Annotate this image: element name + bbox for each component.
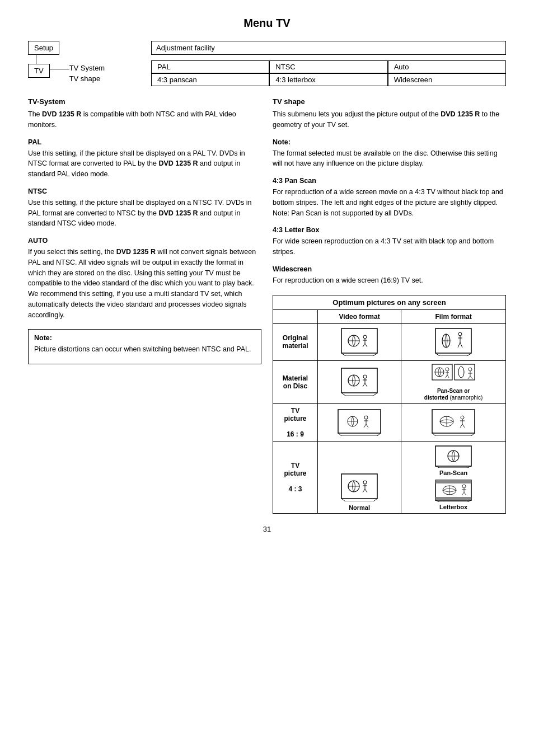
svg-point-36 [446, 368, 449, 371]
svg-line-10 [365, 344, 367, 347]
svg-line-40 [447, 375, 449, 378]
adjustment-facility: Adjustment facility PAL NTSC Auto 4:3 pa… [151, 41, 506, 86]
svg-point-42 [458, 367, 464, 378]
tv-system-label: TV System [69, 64, 105, 72]
pan-scan-title: 4:3 Pan Scan [273, 177, 506, 185]
svg-line-9 [363, 344, 365, 347]
svg-line-58 [366, 424, 368, 428]
svg-line-57 [364, 424, 366, 428]
page-title: Menu TV [28, 17, 506, 30]
svg-line-98 [462, 492, 464, 495]
tv-shape-note-text: The format selected must be available on… [273, 148, 506, 170]
svg-line-69 [462, 424, 465, 428]
tv-system-section: TV-System The DVD 1235 R is compatible w… [28, 97, 261, 514]
setup-box: Setup [28, 41, 59, 55]
adj-cell-letterbox: 4:3 letterbox [269, 73, 387, 86]
svg-point-76 [363, 481, 367, 484]
svg-line-32 [365, 383, 367, 387]
col-video: Video format [318, 309, 401, 323]
tv-shape-title: TV shape [273, 97, 506, 106]
widescreen-title: Widescreen [273, 265, 506, 273]
adjustment-header: Adjustment facility [151, 41, 506, 55]
svg-point-43 [469, 368, 472, 371]
svg-rect-11 [435, 328, 471, 353]
svg-line-46 [468, 376, 470, 379]
page-number: 31 [28, 525, 506, 533]
letter-box-title: 4:3 Letter Box [273, 226, 506, 234]
col-film: Film format [401, 309, 506, 323]
svg-line-20 [458, 342, 460, 348]
svg-point-95 [462, 485, 466, 488]
table-row: Originalmaterial [273, 323, 506, 360]
adj-cell-panscan: 4:3 panscan [151, 73, 269, 86]
pan-scan-label: Pan-Scan [434, 469, 473, 476]
pal-title: PAL [28, 138, 261, 146]
tv-shape-label: TV shape [69, 74, 105, 83]
letter-box-text: For wide screen reproduction on a 4:3 TV… [273, 236, 506, 257]
adj-cell-ntsc: NTSC [269, 60, 387, 73]
pan-scan-text: For reproduction of a wide screen movie … [273, 187, 506, 218]
svg-rect-89 [435, 497, 471, 500]
svg-line-21 [460, 342, 462, 348]
letterbox-label: Letterbox [434, 504, 473, 510]
ntsc-title: NTSC [28, 187, 261, 195]
optimum-title: Optimum pictures on any screen [273, 295, 506, 309]
auto-title: AUTO [28, 237, 261, 245]
svg-line-68 [460, 424, 462, 428]
svg-line-47 [470, 376, 472, 379]
ntsc-text: Use this setting, if the picture shall b… [28, 198, 261, 229]
table-row: TVpicture16 : 9 [273, 403, 506, 441]
svg-point-54 [364, 416, 368, 419]
pal-text: Use this setting, if the picture shall b… [28, 148, 261, 180]
svg-line-79 [363, 489, 365, 492]
adj-cell-widescreen: Widescreen [388, 73, 506, 86]
tv-system-note: Note: Picture distortions can occur when… [28, 329, 261, 364]
auto-text: If you select this setting, the DVD 1235… [28, 247, 261, 320]
optimum-table: Optimum pictures on any screen Video for… [273, 295, 506, 514]
svg-rect-88 [435, 480, 471, 483]
tv-system-intro: The DVD 1235 R is compatible with both N… [28, 109, 261, 130]
adj-cell-pal: PAL [151, 60, 269, 73]
svg-line-39 [446, 375, 447, 378]
adjustment-options: PAL NTSC Auto 4:3 panscan 4:3 letterbox … [151, 60, 506, 86]
normal-label: Normal [322, 504, 396, 511]
svg-line-80 [365, 489, 367, 492]
svg-line-99 [464, 492, 466, 495]
svg-point-28 [363, 375, 367, 378]
tv-box: TV [28, 64, 50, 78]
svg-line-31 [363, 383, 365, 387]
svg-point-17 [458, 332, 462, 336]
tv-system-title: TV-System [28, 97, 261, 106]
svg-point-65 [461, 416, 464, 419]
tv-system-note-text: Picture distortions can occur when switc… [34, 344, 255, 355]
svg-point-6 [363, 335, 367, 339]
table-row: TVpicture4 : 3 [273, 441, 506, 513]
note-label: Note: [273, 138, 506, 146]
table-row: Materialon Disc [273, 360, 506, 403]
svg-rect-48 [338, 410, 381, 433]
widescreen-text: For reproduction on a wide screen (16:9)… [273, 275, 506, 286]
tv-shape-section: TV shape This submenu lets you adjust th… [273, 97, 506, 514]
tv-system-note-label: Note: [34, 334, 255, 342]
menu-diagram: Setup TV TV System TV shape [28, 41, 140, 86]
adj-cell-auto: Auto [388, 60, 506, 73]
tv-shape-intro: This submenu lets you adjust the picture… [273, 109, 506, 130]
